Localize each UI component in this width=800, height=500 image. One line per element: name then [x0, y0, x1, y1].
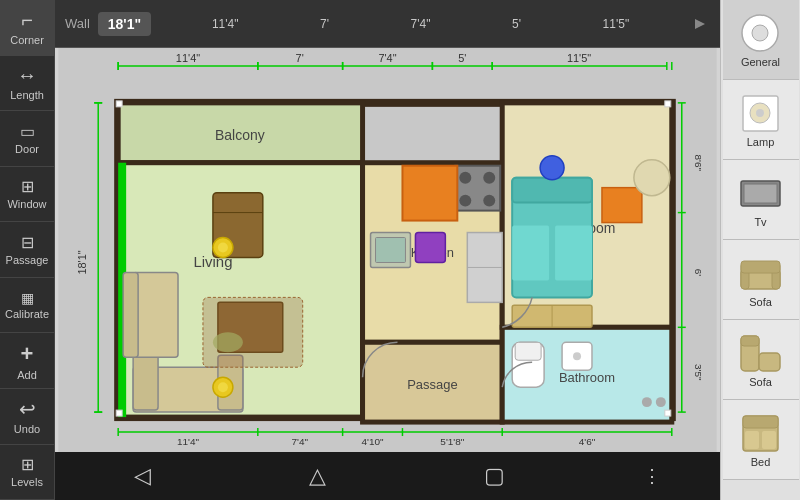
measure-4: 5'	[512, 17, 521, 31]
svg-point-74	[656, 397, 666, 407]
bed-preview	[736, 411, 786, 456]
svg-rect-63	[555, 226, 592, 281]
svg-text:7'4": 7'4"	[291, 436, 308, 447]
measure-2: 7'	[320, 17, 329, 31]
home-button[interactable]: △	[289, 455, 346, 497]
svg-rect-121	[741, 336, 759, 346]
menu-button[interactable]: ⋮	[643, 465, 661, 487]
tv-icon	[738, 171, 783, 216]
sofa2-preview	[736, 331, 786, 376]
tool-levels[interactable]: ⊞ Levels	[0, 445, 55, 501]
svg-rect-40	[123, 272, 138, 357]
sofa1-preview	[736, 251, 786, 296]
corner-icon: ⌐	[21, 9, 33, 32]
undo-icon: ↩	[19, 397, 36, 421]
main-area: Wall 18'1" 11'4" 7' 7'4" 5' 11'5" 11'4" …	[55, 0, 720, 500]
svg-text:5'1'8": 5'1'8"	[440, 436, 464, 447]
bottom-bar: ◁ △ ▢ ⋮	[55, 452, 720, 500]
back-button[interactable]: ◁	[114, 455, 171, 497]
svg-rect-65	[602, 188, 642, 223]
svg-rect-114	[744, 184, 777, 203]
svg-text:11'5": 11'5"	[567, 52, 591, 64]
svg-rect-125	[762, 431, 776, 449]
svg-rect-79	[665, 410, 671, 416]
general-label: General	[741, 56, 780, 68]
floor-plan-svg: 11'4" 7' 7'4" 5' 11'5" 18'1" 8'6" 6'	[55, 48, 720, 452]
furniture-sofa2[interactable]: Sofa	[723, 320, 799, 400]
tool-length[interactable]: ↔ Length	[0, 56, 55, 112]
bathroom-label: Bathroom	[559, 370, 615, 385]
sofa2-label: Sofa	[749, 376, 772, 388]
window-label: Window	[7, 198, 46, 210]
tool-door[interactable]: ▭ Door	[0, 111, 55, 167]
furniture-bed[interactable]: Bed	[723, 400, 799, 480]
sofa1-icon	[738, 251, 783, 296]
svg-point-48	[218, 382, 228, 392]
bed-icon	[738, 411, 783, 456]
svg-rect-37	[133, 355, 158, 410]
length-label: Length	[10, 89, 44, 101]
general-preview	[736, 11, 786, 56]
svg-text:4'10": 4'10"	[361, 436, 384, 447]
arrow-right-icon	[690, 14, 710, 34]
svg-point-50	[459, 172, 471, 184]
svg-rect-61	[512, 178, 592, 203]
sofa1-label: Sofa	[749, 296, 772, 308]
measure-3: 7'4"	[411, 17, 431, 31]
tool-passage[interactable]: ⊟ Passage	[0, 222, 55, 278]
svg-marker-0	[695, 19, 705, 29]
wall-value: 18'1"	[98, 12, 151, 36]
svg-rect-77	[665, 101, 671, 107]
recent-button[interactable]: ▢	[464, 455, 525, 497]
door-icon: ▭	[20, 122, 35, 141]
levels-icon: ⊞	[21, 455, 34, 474]
calibrate-label: Calibrate	[5, 308, 49, 320]
svg-point-51	[483, 172, 495, 184]
svg-point-109	[752, 25, 768, 41]
wall-info: Wall 18'1"	[65, 12, 151, 36]
furniture-sofa1[interactable]: Sofa	[723, 240, 799, 320]
svg-text:8'6": 8'6"	[693, 154, 704, 171]
svg-rect-123	[743, 416, 778, 428]
tool-window[interactable]: ⊞ Window	[0, 167, 55, 223]
wall-label-text: Wall	[65, 16, 90, 31]
furniture-lamp[interactable]: Lamp	[723, 80, 799, 160]
svg-rect-124	[745, 431, 759, 449]
tv-preview	[736, 171, 786, 216]
levels-label: Levels	[11, 476, 43, 488]
svg-point-73	[642, 397, 652, 407]
furniture-tv[interactable]: Tv	[723, 160, 799, 240]
undo-label: Undo	[14, 423, 40, 435]
right-sidebar: General Lamp Tv S	[720, 0, 800, 500]
bed-label: Bed	[751, 456, 771, 468]
measure-1: 11'4"	[212, 17, 239, 31]
tool-undo[interactable]: ↩ Undo	[0, 389, 55, 445]
tv-label: Tv	[754, 216, 766, 228]
svg-point-53	[483, 195, 495, 207]
top-bar: Wall 18'1" 11'4" 7' 7'4" 5' 11'5"	[55, 0, 720, 48]
passage-label: Passage	[6, 254, 49, 266]
window-icon: ⊞	[21, 177, 34, 196]
svg-point-64	[540, 156, 564, 180]
svg-point-66	[634, 160, 670, 196]
general-icon	[738, 11, 783, 56]
svg-rect-55	[415, 233, 445, 263]
tool-add[interactable]: + Add	[0, 333, 55, 389]
lamp-preview	[736, 91, 786, 136]
svg-point-72	[573, 352, 581, 360]
svg-rect-62	[512, 226, 549, 281]
add-icon: +	[21, 341, 34, 367]
tool-calibrate[interactable]: ▦ Calibrate	[0, 278, 55, 334]
svg-rect-59	[376, 238, 406, 263]
svg-point-46	[218, 243, 228, 253]
svg-text:18'1": 18'1"	[76, 250, 88, 274]
floor-plan[interactable]: 11'4" 7' 7'4" 5' 11'5" 18'1" 8'6" 6'	[55, 48, 720, 452]
furniture-general: General	[723, 0, 799, 80]
svg-rect-54	[402, 166, 457, 221]
sofa2-icon	[738, 331, 783, 376]
svg-rect-120	[759, 353, 780, 371]
corner-label: Corner	[10, 34, 44, 46]
svg-rect-76	[116, 101, 122, 107]
top-measurements: 11'4" 7' 7'4" 5' 11'5"	[151, 17, 690, 31]
tool-corner[interactable]: ⌐ Corner	[0, 0, 55, 56]
